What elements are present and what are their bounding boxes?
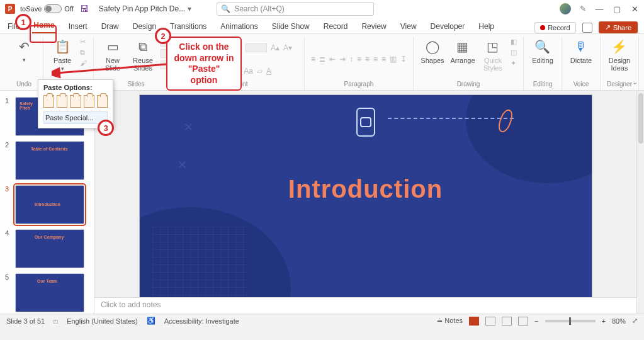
reuse-slides-button[interactable]: ⧉ Reuse Slides [130,38,155,72]
dictate-button[interactable]: 🎙Dictate [568,38,594,64]
align-right-icon[interactable]: ≡ [373,55,378,64]
arrange-icon: ▦ [454,38,472,55]
increase-font-icon[interactable]: A▴ [271,43,280,52]
case-icon[interactable]: Aa [244,67,253,76]
quick-styles-icon: ◳ [484,38,502,55]
vertical-scrollbar[interactable] [636,91,644,314]
thumb-row-5[interactable]: 5 Our Team [0,271,94,314]
highlight-icon[interactable]: ▱ [257,67,263,76]
align-center-icon[interactable]: ≡ [365,55,370,64]
zoom-slider[interactable] [545,320,596,322]
reading-view-button[interactable] [502,317,512,326]
notes-input[interactable]: Click to add notes [94,297,636,314]
slideshow-view-button[interactable] [518,317,528,326]
tab-help[interactable]: Help [477,20,495,33]
accessibility-status[interactable]: Accessibility: Investigate [164,317,239,325]
indent-dec-icon[interactable]: ⇤ [329,55,336,64]
font-size-input[interactable] [246,43,267,52]
autosave-toggle[interactable]: toSave Off [20,4,74,13]
accessibility-icon[interactable]: ♿ [147,317,155,325]
align-left-icon[interactable]: ≡ [357,55,361,64]
notes-toggle[interactable]: ≐ Notes [437,317,463,325]
cut-icon[interactable]: ✂ [80,38,87,46]
doc-title-dropdown-icon[interactable]: ▾ [188,4,191,13]
decrease-font-icon[interactable]: A▾ [283,43,292,52]
tab-review[interactable]: Review [360,20,387,33]
group-voice-label: Voice [573,81,589,89]
justify-icon[interactable]: ≡ [381,55,386,64]
group-undo-label: Undo [16,81,31,89]
thumb-5[interactable]: Our Team [15,273,84,312]
thumb-row-2[interactable]: 2 Table of Contents [0,139,94,183]
normal-view-button[interactable] [469,317,479,326]
indent-inc-icon[interactable]: ⇥ [339,55,346,64]
text-direction-icon[interactable]: ↧ [400,55,407,64]
shapes-button[interactable]: ◯Shapes [420,38,445,64]
paste-dropdown-icon[interactable]: ▾ [61,65,64,72]
quick-styles-button[interactable]: ◳Quick Styles [480,38,506,72]
arrange-button[interactable]: ▦Arrange [450,38,475,64]
paste-option-text-icon[interactable] [84,95,94,108]
thumb-row-4[interactable]: 4 Our Company [0,227,94,271]
record-button[interactable]: Record [534,22,575,33]
slide-canvas[interactable]: ✕ ✕ Introduction [94,91,636,297]
font-color-icon[interactable]: A [266,67,271,76]
save-icon[interactable]: 🖫 [80,4,89,14]
zoom-level[interactable]: 80% [612,317,626,325]
shape-effects-icon[interactable]: ✦ [511,59,517,67]
collapse-ribbon-icon[interactable]: ⌄ [632,78,638,86]
spellcheck-icon[interactable]: ⏍ [54,317,58,325]
tab-transitions[interactable]: Transitions [169,20,208,33]
new-slide-button[interactable]: ▭ New Slide [100,38,125,72]
search-input[interactable]: 🔍 Search (Alt+Q) [217,2,374,16]
paste-button[interactable]: 📋 Paste ▾ [50,38,75,72]
format-painter-icon[interactable]: 🖌 [80,59,87,67]
bullets-icon[interactable]: ≡ [311,55,315,64]
tab-slideshow[interactable]: Slide Show [271,20,311,33]
paste-option-picture-icon[interactable] [70,95,81,108]
editing-button[interactable]: 🔍Editing [530,38,555,64]
thumb-4[interactable]: Our Company [15,229,84,268]
slide-title[interactable]: Introduction [288,174,443,203]
sorter-view-button[interactable] [485,317,495,326]
zoom-in-button[interactable]: + [602,317,606,325]
user-avatar[interactable] [560,3,571,14]
columns-icon[interactable]: ▥ [390,55,397,64]
document-title[interactable]: Safety Pin App Pitch De... [99,4,185,13]
tab-insert[interactable]: Insert [67,20,89,33]
thumb-3[interactable]: Introduction [15,185,84,224]
shape-fill-icon[interactable]: ◧ [511,38,517,46]
slide-area: ✕ ✕ Introduction Click to add notes [94,91,636,314]
design-ideas-button[interactable]: ⚡Design Ideas [607,38,632,72]
share-button[interactable]: ↗ Share [599,21,638,33]
tab-draw[interactable]: Draw [100,20,120,33]
thumb-row-3[interactable]: 3 Introduction [0,183,94,227]
tab-view[interactable]: View [399,20,418,33]
slide-counter[interactable]: Slide 3 of 51 [6,317,45,325]
numbering-icon[interactable]: ≣ [319,55,325,64]
language-status[interactable]: English (United States) [67,317,138,325]
zoom-out-button[interactable]: − [534,317,538,325]
pen-icon[interactable]: ✎ [580,4,586,13]
fit-window-button[interactable]: ⤢ [632,317,638,325]
paste-option-keep-source-icon[interactable] [57,95,67,108]
group-slides-label: Slides [127,81,144,89]
copy-icon[interactable]: ⧉ [80,48,87,57]
paste-special-item[interactable]: Paste Special... [43,111,108,124]
chevron-down-icon[interactable]: ▾ [23,57,26,63]
tab-record[interactable]: Record [322,20,349,33]
tab-animations[interactable]: Animations [219,20,259,33]
minimize-button[interactable]: — [595,4,604,14]
toggle-icon[interactable] [44,4,62,13]
close-button[interactable]: ✕ [630,4,639,14]
tab-design[interactable]: Design [132,20,157,33]
shape-outline-icon[interactable]: ◫ [511,48,517,57]
paste-option-keep-text-icon[interactable] [97,95,108,108]
comments-icon[interactable] [582,23,592,33]
paste-option-dest-theme-icon[interactable] [43,95,54,108]
slide[interactable]: ✕ ✕ Introduction [139,94,592,297]
tab-developer[interactable]: Developer [429,20,466,33]
line-spacing-icon[interactable]: ↕ [349,55,353,64]
maximize-button[interactable]: ▢ [613,4,621,14]
thumb-2[interactable]: Table of Contents [15,141,84,180]
